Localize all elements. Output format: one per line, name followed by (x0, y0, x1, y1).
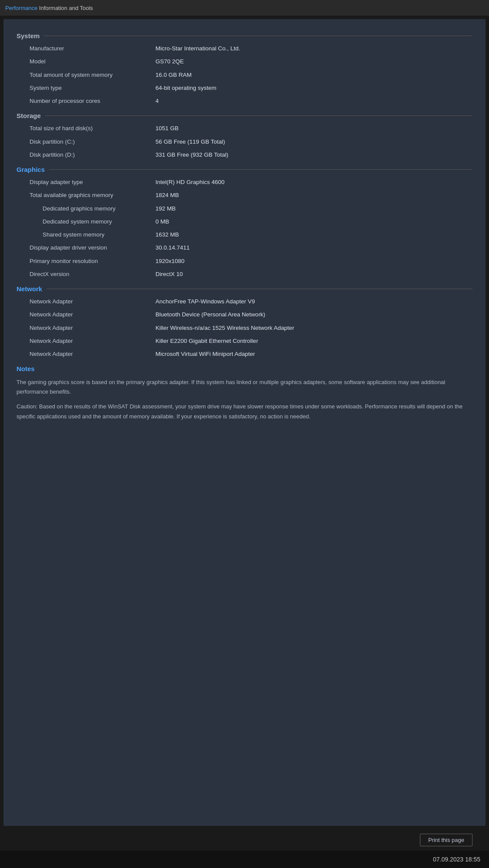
system-section-header: System (17, 32, 472, 39)
graphics-directx-value: DirectX 10 (155, 270, 472, 279)
network-section-title: Network (17, 285, 46, 293)
system-type-row: System type 64-bit operating system (17, 82, 472, 95)
graphics-dedicated-label: Dedicated graphics memory (17, 204, 155, 213)
network-adapter-1-value: AnchorFree TAP-Windows Adapter V9 (155, 297, 472, 306)
print-button[interactable]: Print this page (420, 834, 472, 846)
system-memory-label: Total amount of system memory (17, 71, 155, 79)
network-adapter-3-label: Network Adapter (17, 324, 155, 332)
graphics-section: Graphics Display adapter type Intel(R) H… (17, 166, 472, 281)
network-adapter-5-value: Microsoft Virtual WiFi Miniport Adapter (155, 350, 472, 358)
network-adapter-1-row: Network Adapter AnchorFree TAP-Windows A… (17, 295, 472, 308)
storage-section-line (45, 115, 472, 116)
top-bar-title: Performance Information and Tools (5, 5, 93, 11)
system-section-line (44, 36, 472, 36)
content-wrapper: System Manufacturer Micro-Star Internati… (3, 19, 486, 826)
graphics-shared-row: Shared system memory 1632 MB (17, 228, 472, 241)
footer-bar: 07.09.2023 18:55 (0, 851, 489, 868)
graphics-total-memory-label: Total available graphics memory (17, 191, 155, 200)
top-bar: Performance Information and Tools (0, 0, 489, 16)
graphics-directx-label: DirectX version (17, 270, 155, 279)
graphics-section-header: Graphics (17, 166, 472, 173)
network-section: Network Network Adapter AnchorFree TAP-W… (17, 285, 472, 361)
graphics-total-memory-value: 1824 MB (155, 191, 472, 200)
system-section: System Manufacturer Micro-Star Internati… (17, 32, 472, 108)
network-adapter-2-label: Network Adapter (17, 310, 155, 319)
network-adapter-1-label: Network Adapter (17, 297, 155, 306)
storage-total-value: 1051 GB (155, 124, 472, 133)
bottom-bar: Print this page (3, 829, 486, 851)
graphics-driver-version-value: 30.0.14.7411 (155, 243, 472, 252)
system-cores-row: Number of processor cores 4 (17, 95, 472, 108)
system-manufacturer-row: Manufacturer Micro-Star International Co… (17, 42, 472, 55)
network-adapter-2-row: Network Adapter Bluetooth Device (Person… (17, 308, 472, 321)
system-model-label: Model (17, 57, 155, 66)
notes-paragraph-1: The gaming graphics score is based on th… (17, 375, 472, 399)
system-memory-row: Total amount of system memory 16.0 GB RA… (17, 69, 472, 82)
system-manufacturer-value: Micro-Star International Co., Ltd. (155, 44, 472, 53)
graphics-dedicated-sys-label: Dedicated system memory (17, 217, 155, 226)
network-adapter-4-value: Killer E2200 Gigabit Ethernet Controller (155, 337, 472, 345)
storage-c-row: Disk partition (C:) 56 GB Free (119 GB T… (17, 135, 472, 148)
storage-section: Storage Total size of hard disk(s) 1051 … (17, 112, 472, 161)
storage-total-row: Total size of hard disk(s) 1051 GB (17, 122, 472, 135)
system-memory-value: 16.0 GB RAM (155, 71, 472, 79)
system-type-label: System type (17, 84, 155, 92)
system-manufacturer-label: Manufacturer (17, 44, 155, 53)
graphics-total-memory-row: Total available graphics memory 1824 MB (17, 189, 472, 202)
storage-d-value: 331 GB Free (932 GB Total) (155, 151, 472, 159)
storage-c-value: 56 GB Free (119 GB Total) (155, 138, 472, 146)
graphics-section-title: Graphics (17, 166, 49, 173)
graphics-adapter-type-value: Intel(R) HD Graphics 4600 (155, 178, 472, 187)
network-adapter-2-value: Bluetooth Device (Personal Area Network) (155, 310, 472, 319)
network-adapter-4-label: Network Adapter (17, 337, 155, 345)
notes-section: Notes The gaming graphics score is based… (17, 365, 472, 424)
network-section-header: Network (17, 285, 472, 293)
graphics-dedicated-value: 192 MB (155, 204, 472, 213)
footer-datetime: 07.09.2023 18:55 (433, 856, 480, 863)
graphics-monitor-res-value: 1920x1080 (155, 257, 472, 266)
graphics-shared-label: Shared system memory (17, 230, 155, 239)
graphics-adapter-type-label: Display adapter type (17, 178, 155, 187)
graphics-driver-version-row: Display adapter driver version 30.0.14.7… (17, 241, 472, 254)
storage-d-label: Disk partition (D:) (17, 151, 155, 159)
system-model-row: Model GS70 2QE (17, 55, 472, 68)
network-adapter-3-value: Killer Wireless-n/a/ac 1525 Wireless Net… (155, 324, 472, 332)
graphics-monitor-res-label: Primary monitor resolution (17, 257, 155, 266)
network-adapter-4-row: Network Adapter Killer E2200 Gigabit Eth… (17, 335, 472, 348)
graphics-adapter-type-row: Display adapter type Intel(R) HD Graphic… (17, 176, 472, 189)
graphics-section-line (49, 169, 472, 170)
system-cores-value: 4 (155, 97, 472, 105)
system-cores-label: Number of processor cores (17, 97, 155, 105)
storage-d-row: Disk partition (D:) 331 GB Free (932 GB … (17, 148, 472, 161)
network-section-line (46, 289, 472, 289)
notes-section-title: Notes (17, 365, 39, 372)
graphics-dedicated-sys-value: 0 MB (155, 217, 472, 226)
graphics-directx-row: DirectX version DirectX 10 (17, 268, 472, 281)
network-adapter-5-label: Network Adapter (17, 350, 155, 358)
system-type-value: 64-bit operating system (155, 84, 472, 92)
notes-paragraph-2: Caution: Based on the results of the Win… (17, 399, 472, 424)
network-adapter-5-row: Network Adapter Microsoft Virtual WiFi M… (17, 348, 472, 361)
system-section-title: System (17, 32, 44, 39)
storage-section-title: Storage (17, 112, 45, 119)
graphics-driver-version-label: Display adapter driver version (17, 243, 155, 252)
graphics-dedicated-row: Dedicated graphics memory 192 MB (17, 202, 472, 215)
network-adapter-3-row: Network Adapter Killer Wireless-n/a/ac 1… (17, 322, 472, 335)
graphics-dedicated-sys-row: Dedicated system memory 0 MB (17, 215, 472, 228)
notes-section-header: Notes (17, 365, 472, 372)
storage-section-header: Storage (17, 112, 472, 119)
graphics-monitor-res-row: Primary monitor resolution 1920x1080 (17, 255, 472, 268)
system-model-value: GS70 2QE (155, 57, 472, 66)
storage-c-label: Disk partition (C:) (17, 138, 155, 146)
graphics-shared-value: 1632 MB (155, 230, 472, 239)
storage-total-label: Total size of hard disk(s) (17, 124, 155, 133)
